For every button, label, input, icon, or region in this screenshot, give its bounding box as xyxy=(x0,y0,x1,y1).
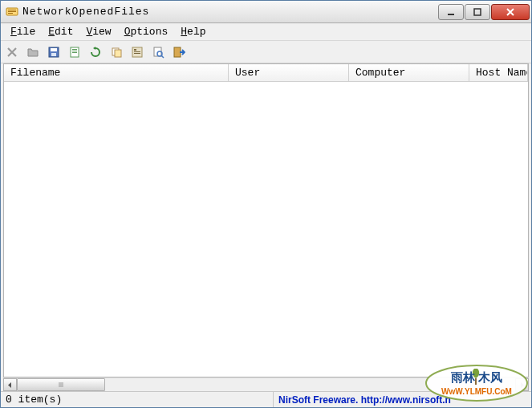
copy-icon[interactable] xyxy=(108,44,124,60)
scroll-track[interactable] xyxy=(17,378,515,391)
svg-rect-16 xyxy=(134,49,136,51)
save-icon[interactable] xyxy=(46,44,62,60)
svg-rect-2 xyxy=(8,11,16,12)
titlebar[interactable]: NetworkOpenedFiles xyxy=(1,1,531,23)
listview[interactable]: Filename User Computer Host Name xyxy=(3,63,529,377)
menu-options[interactable]: Options xyxy=(118,24,175,39)
column-headers: Filename User Computer Host Name xyxy=(4,64,528,82)
status-count: 0 item(s) xyxy=(1,392,274,407)
horizontal-scrollbar[interactable] xyxy=(3,377,529,391)
window-title: NetworkOpenedFiles xyxy=(22,6,438,18)
column-computer[interactable]: Computer xyxy=(349,64,469,81)
list-body[interactable] xyxy=(4,82,528,377)
svg-rect-11 xyxy=(72,51,77,51)
column-hostname[interactable]: Host Name xyxy=(469,64,528,81)
svg-rect-21 xyxy=(174,47,181,57)
svg-rect-5 xyxy=(474,9,481,15)
maximize-button[interactable] xyxy=(465,4,490,20)
menubar: File Edit View Options Help xyxy=(1,23,531,41)
close-file-icon[interactable] xyxy=(4,44,20,60)
menu-edit[interactable]: Edit xyxy=(42,24,79,39)
toolbar xyxy=(1,41,531,63)
refresh-icon[interactable] xyxy=(87,44,104,60)
scroll-thumb[interactable] xyxy=(17,378,105,391)
menu-help[interactable]: Help xyxy=(174,24,212,39)
svg-rect-1 xyxy=(8,10,16,10)
svg-rect-14 xyxy=(115,50,121,57)
svg-rect-18 xyxy=(134,53,140,54)
svg-rect-7 xyxy=(51,48,57,51)
scroll-left-button[interactable] xyxy=(3,378,17,391)
app-window: NetworkOpenedFiles File Edit View Option… xyxy=(0,0,532,408)
svg-rect-4 xyxy=(448,14,454,15)
properties-icon[interactable] xyxy=(129,44,145,60)
find-icon[interactable] xyxy=(150,44,166,60)
svg-rect-12 xyxy=(72,52,77,53)
minimize-button[interactable] xyxy=(438,4,464,20)
status-credit: NirSoft Freeware. http://www.nirsoft.n xyxy=(274,394,531,406)
menu-view[interactable]: View xyxy=(79,24,117,39)
column-user[interactable]: User xyxy=(229,64,349,81)
open-icon[interactable] xyxy=(25,44,41,60)
close-button[interactable] xyxy=(491,4,530,20)
column-filename[interactable]: Filename xyxy=(4,64,229,81)
page-icon[interactable] xyxy=(67,44,83,60)
statusbar: 0 item(s) NirSoft Freeware. http://www.n… xyxy=(1,391,531,407)
app-icon xyxy=(6,6,18,18)
exit-icon[interactable] xyxy=(171,44,187,60)
window-controls xyxy=(438,4,530,20)
svg-rect-8 xyxy=(51,53,56,56)
scroll-right-button[interactable] xyxy=(515,378,529,391)
svg-rect-10 xyxy=(72,49,77,50)
svg-rect-3 xyxy=(8,13,13,14)
menu-file[interactable]: File xyxy=(4,24,42,39)
svg-rect-17 xyxy=(134,51,140,52)
